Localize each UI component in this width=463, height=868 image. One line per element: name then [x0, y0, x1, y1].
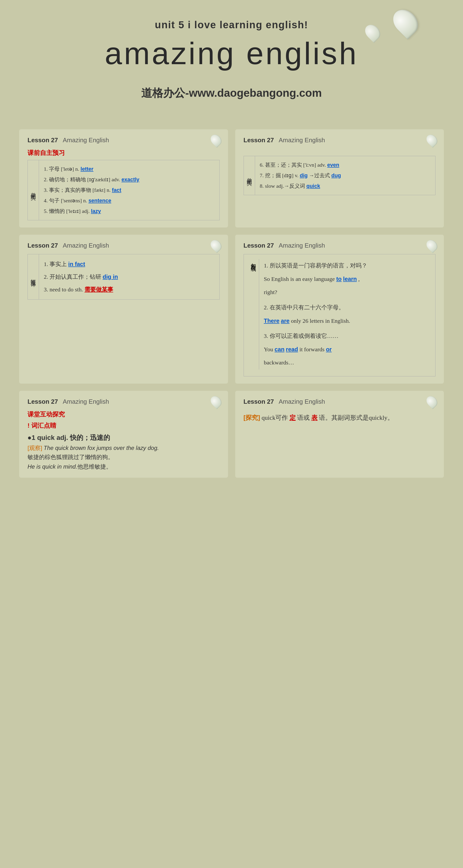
card-5-lesson: Lesson 27 [28, 398, 58, 405]
website: 道格办公-www.daogebangong.com [0, 86, 463, 100]
example-cn-1: 敏捷的棕色狐狸跳过了懒惰的狗。 [28, 453, 220, 461]
vocab-item-8: 8. slow adj.→反义词 quick [260, 181, 431, 191]
s3-cn: 你可以正着或倒着读它…… [270, 333, 338, 339]
explore-mid: 语或 [297, 414, 310, 421]
card-3-phrase-table: 短语互译 1. 事实上 in fact 2. 开始认真工作；钻研 dig in … [28, 254, 220, 300]
vocab-item-7: 7. 挖；掘 [dɪɡ] v. dig →过去式 dug [260, 170, 431, 181]
s3-blank1: can [274, 346, 284, 352]
drop-decoration-3 [208, 238, 224, 253]
sentence-label-row: 句型在线 1. 所以英语是一门容易学的语言，对吗？ So English is … [250, 259, 430, 369]
card-1-section: 课前自主预习 [28, 149, 220, 157]
answer-6: even [327, 162, 339, 168]
drop-decoration-4 [424, 238, 439, 253]
phrase-answer-1: in fact [68, 261, 85, 267]
card-4-lesson: Lesson 27 [243, 242, 274, 249]
card-1-vocab-table: 单词阅关 1. 字母 ['letə] n. letter 2. 确切地；精确地 … [28, 160, 220, 220]
explore-label: [探究] [243, 414, 260, 421]
s2-en: only 26 letters in English. [291, 318, 350, 324]
card-3: Lesson 27 Amazing English 短语互译 1. 事实上 in… [19, 235, 228, 383]
card-1-lesson: Lesson 27 [28, 136, 58, 144]
vocab-item-5: 5. 懒惰的 ['leɪzɪ] adj. lazy [44, 206, 214, 216]
vocab-item-1: 1. 字母 ['letə] n. letter [44, 164, 214, 174]
phrase-item-2: 2. 开始认真工作；钻研 dig in [44, 271, 214, 283]
s2-blank1: There [264, 317, 279, 324]
observe-label: [观察] [28, 445, 42, 451]
card-6-header: Lesson 27 Amazing English [243, 398, 436, 405]
answer-5: lazy [91, 208, 101, 214]
card-1-header: Lesson 27 Amazing English [28, 136, 220, 144]
answer-8: quick [306, 183, 320, 189]
phrase-item-1: 1. 事实上 in fact [44, 258, 214, 271]
answer-7: dig [300, 173, 308, 178]
word-entry-line: ●1 quick adj. 快的；迅速的 [28, 433, 220, 442]
vocab-item-4: 4. 句子 ['sentəns] n. sentence [44, 195, 214, 206]
s1-num: 1. [264, 262, 268, 269]
card-5-vocab-section: ! 词汇点睛 ●1 quick adj. 快的；迅速的 [观察] The qui… [28, 422, 220, 470]
card-1: Lesson 27 Amazing English 课前自主预习 单词阅关 1.… [19, 129, 228, 227]
card-5-header: Lesson 27 Amazing English [28, 398, 220, 405]
card-1-side-label: 单词阅关 [28, 160, 39, 220]
sentence-content: 1. 所以英语是一门容易学的语言，对吗？ So English is an ea… [264, 259, 430, 369]
s1-cn: 所以英语是一门容易学的语言，对吗？ [270, 262, 367, 269]
vocab-label: ! 词汇点睛 [28, 422, 220, 430]
word-main: quick [37, 434, 55, 441]
card-3-side-label: 短语互译 [28, 254, 39, 299]
explore-end: 语。其副词形式是quickly。 [319, 414, 394, 421]
s3-end: backwards… [264, 360, 294, 366]
answer-7b: dug [331, 173, 341, 178]
card-2-drop [427, 134, 437, 147]
s3-mid: it forwards [300, 346, 326, 352]
example-en: The quick brown fox jumps over the lazy … [43, 445, 159, 451]
vocab-item-3: 3. 事实；真实的事物 [fækt] n. fact [44, 185, 214, 195]
card-2-header: Lesson 27 Amazing English [243, 136, 436, 144]
vocab-item-2: 2. 确切地；精确地 [ɪɡ'zæktlɪ] adv. exactly [44, 174, 214, 185]
card-1-lesson-sub: Amazing English [63, 136, 109, 144]
explore-blank2: 表 [311, 414, 318, 421]
explore-blank1: 定 [290, 414, 296, 421]
card-6-drop [427, 396, 437, 408]
card-3-header: Lesson 27 Amazing English [28, 242, 220, 249]
vocab-item-6: 6. 甚至；还；其实 ['iːvn] adv. even [260, 160, 431, 170]
sentence-1: 1. 所以英语是一门容易学的语言，对吗？ So English is an ea… [264, 259, 430, 299]
s3-blank2: read [286, 346, 298, 352]
s1-line2: right? [264, 289, 277, 295]
card-2: Lesson 27 Amazing English 单词阅关 6. 甚至；还；其… [235, 129, 444, 227]
card-2-vocab-table: 单词阅关 6. 甚至；还；其实 ['iːvn] adv. even 7. 挖；掘… [243, 156, 436, 195]
phrase-answer-2: dig in [103, 274, 118, 280]
card-4-drop [427, 240, 437, 252]
card-4-header: Lesson 27 Amazing English [243, 242, 436, 249]
phrase-item-3: 3. need to do sth. 需要做某事 [44, 283, 214, 296]
s3-you: You [264, 346, 275, 352]
card-5-drop [211, 396, 221, 408]
drop-decoration-2 [424, 132, 439, 148]
explore-text1: quick可作 [262, 414, 288, 421]
card-4-lesson-sub: Amazing English [279, 242, 325, 249]
main-title: amazing english [0, 35, 463, 71]
sentence-2: 2. 在英语中只有二十六个字母。 There are only 26 lette… [264, 301, 430, 328]
observe-line: [观察] The quick brown fox jumps over the … [28, 444, 220, 452]
s2-num: 2. [264, 304, 268, 311]
word-meaning: 快的；迅速的 [70, 434, 110, 441]
s2-blank2: are [281, 317, 290, 324]
card-3-phrase-items: 1. 事实上 in fact 2. 开始认真工作；钻研 dig in 3. ne… [39, 254, 220, 299]
card-2-vocab-items: 6. 甚至；还；其实 ['iːvn] adv. even 7. 挖；掘 [dɪɡ… [255, 156, 435, 195]
card-5-lesson-sub: Amazing English [63, 398, 109, 405]
drop-decoration [208, 132, 224, 148]
example-cn-2: 他思维敏捷。 [77, 464, 112, 470]
s1-end: , [358, 276, 360, 282]
vocab-num: ●1 [28, 434, 35, 441]
card-1-vocab-items: 1. 字母 ['letə] n. letter 2. 确切地；精确地 [ɪɡ'z… [39, 160, 220, 220]
s2-cn: 在英语中只有二十六个字母。 [270, 304, 344, 311]
card-2-lesson: Lesson 27 [243, 136, 274, 144]
s1-blank2: learn [343, 276, 357, 282]
drop-decoration-5 [208, 394, 224, 409]
card-3-drop [211, 240, 221, 252]
card-6: Lesson 27 Amazing English [探究] quick可作 定… [235, 391, 444, 478]
card-1-drop [211, 134, 221, 147]
header-section: unit 5 i love learning english! amazing … [0, 0, 463, 100]
card-5-section: 课堂互动探究 [28, 410, 220, 418]
answer-1: letter [80, 166, 94, 172]
phrase-answer-3: 需要做某事 [85, 286, 113, 292]
s3-num: 3. [264, 333, 268, 339]
example-en-2: He is quick in mind.他思维敏捷。 [28, 463, 220, 470]
